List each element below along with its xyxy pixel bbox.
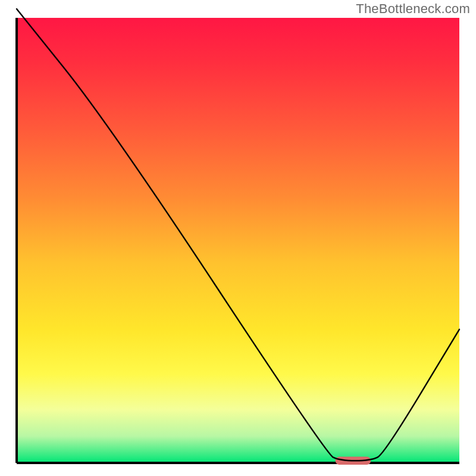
bottleneck-chart xyxy=(0,0,476,476)
watermark-label: TheBottleneck.com xyxy=(356,1,470,17)
plot-area xyxy=(17,9,459,465)
chart-container: TheBottleneck.com xyxy=(0,0,476,476)
gradient-background xyxy=(17,18,459,463)
